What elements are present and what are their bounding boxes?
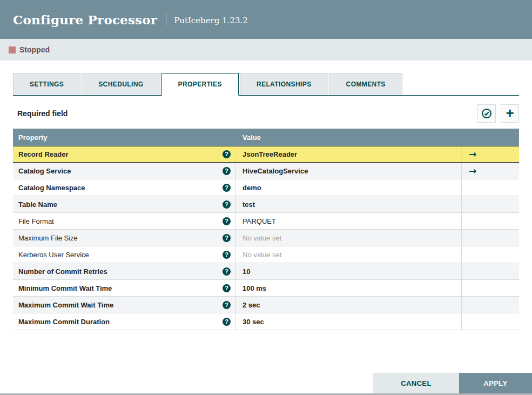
- tab-scheduling[interactable]: SCHEDULING: [82, 73, 160, 95]
- help-icon[interactable]: ?: [223, 267, 231, 276]
- row-action-cell: [462, 213, 519, 229]
- table-row[interactable]: Maximum Commit Duration?30 sec: [13, 313, 519, 330]
- property-value: demo: [243, 184, 261, 192]
- status-bar: Stopped: [0, 39, 532, 61]
- value-cell[interactable]: No value set: [236, 246, 462, 263]
- property-cell: Maximum Commit Duration?: [13, 313, 236, 330]
- value-cell[interactable]: 10: [236, 263, 462, 279]
- table-row[interactable]: Number of Commit Retries?10: [13, 263, 519, 280]
- verify-properties-button[interactable]: [477, 104, 496, 123]
- property-value: 10: [243, 267, 250, 276]
- help-icon[interactable]: ?: [223, 200, 231, 209]
- check-circle-icon: [481, 108, 492, 119]
- help-icon[interactable]: ?: [223, 234, 231, 242]
- table-row[interactable]: Catalog Service?HiveCatalogService→: [13, 163, 519, 179]
- dialog-header: Configure Processor PutIceberg 1.23.2: [0, 0, 532, 39]
- column-header-value: Value: [236, 133, 519, 142]
- tab-settings[interactable]: SETTINGS: [13, 73, 80, 95]
- properties-table: Property Value Record Reader?JsonTreeRea…: [13, 129, 519, 330]
- go-to-service-icon[interactable]: →: [469, 166, 476, 176]
- table-row[interactable]: Minimum Commit Wait Time?100 ms: [13, 280, 519, 297]
- table-row[interactable]: Table Name?test: [13, 196, 519, 213]
- property-cell: Maximum File Size?: [13, 230, 236, 246]
- table-row[interactable]: Catalog Namespace?demo: [13, 179, 519, 196]
- table-row[interactable]: Kerberos User Service?No value set: [13, 246, 519, 263]
- row-action-cell: [462, 313, 519, 330]
- property-cell: Kerberos User Service?: [13, 246, 236, 263]
- table-row[interactable]: File Format?PARQUET: [13, 213, 519, 230]
- table-row[interactable]: Maximum Commit Wait Time?2 sec: [13, 297, 519, 313]
- property-cell: Table Name?: [13, 196, 236, 212]
- properties-toolbar: Required field +: [13, 104, 519, 123]
- plus-icon: +: [506, 106, 514, 120]
- row-action-cell: →: [462, 163, 519, 179]
- property-value: HiveCatalogService: [243, 167, 308, 175]
- row-action-cell: [462, 230, 519, 246]
- row-action-cell: [462, 280, 519, 296]
- dialog-actions: CANCEL APPLY: [373, 373, 532, 393]
- help-icon[interactable]: ?: [223, 184, 231, 192]
- help-icon[interactable]: ?: [223, 217, 231, 225]
- property-name: Maximum Commit Duration: [18, 318, 110, 326]
- property-value: test: [243, 200, 255, 209]
- property-value: 2 sec: [243, 301, 260, 309]
- add-property-button[interactable]: +: [501, 104, 519, 123]
- value-cell[interactable]: No value set: [236, 230, 462, 246]
- property-value: 100 ms: [243, 284, 266, 292]
- row-action-cell: [462, 196, 519, 212]
- property-name: File Format: [18, 217, 54, 225]
- property-cell: Maximum Commit Wait Time?: [13, 297, 236, 313]
- status-label: Stopped: [19, 45, 50, 54]
- help-icon[interactable]: ?: [223, 167, 231, 175]
- property-cell: File Format?: [13, 213, 236, 229]
- property-name: Maximum File Size: [18, 234, 78, 242]
- help-icon[interactable]: ?: [223, 251, 231, 259]
- help-icon[interactable]: ?: [223, 301, 231, 309]
- dialog-title: Configure Processor: [13, 12, 157, 27]
- row-action-cell: [462, 179, 519, 196]
- column-header-property: Property: [13, 133, 236, 142]
- value-cell[interactable]: 30 sec: [236, 313, 462, 330]
- property-name: Kerberos User Service: [18, 251, 89, 259]
- value-cell[interactable]: PARQUET: [236, 213, 462, 229]
- help-icon[interactable]: ?: [223, 150, 231, 158]
- property-cell: Catalog Service?: [13, 163, 236, 179]
- value-cell[interactable]: 2 sec: [236, 297, 462, 313]
- property-value: PARQUET: [243, 217, 276, 225]
- property-name: Number of Commit Retries: [18, 267, 107, 276]
- value-cell[interactable]: test: [236, 196, 462, 212]
- value-cell[interactable]: HiveCatalogService: [236, 163, 462, 179]
- table-row[interactable]: Record Reader?JsonTreeReader→: [13, 146, 519, 163]
- value-cell[interactable]: 100 ms: [236, 280, 462, 296]
- property-name: Catalog Namespace: [18, 184, 85, 192]
- value-cell[interactable]: JsonTreeReader: [236, 146, 462, 162]
- property-cell: Number of Commit Retries?: [13, 263, 236, 279]
- help-icon[interactable]: ?: [223, 318, 231, 326]
- table-row[interactable]: Maximum File Size?No value set: [13, 230, 519, 246]
- property-cell: Minimum Commit Wait Time?: [13, 280, 236, 296]
- help-icon[interactable]: ?: [223, 284, 231, 292]
- table-header: Property Value: [13, 129, 519, 146]
- property-value: No value set: [243, 234, 281, 242]
- property-value: No value set: [243, 251, 281, 259]
- property-name: Record Reader: [18, 150, 68, 158]
- property-name: Minimum Commit Wait Time: [18, 284, 112, 292]
- tab-properties[interactable]: PROPERTIES: [161, 73, 239, 96]
- row-action-cell: →: [462, 146, 519, 162]
- tab-bar: SETTINGSSCHEDULINGPROPERTIESRELATIONSHIP…: [13, 73, 519, 96]
- go-to-service-icon[interactable]: →: [469, 150, 476, 159]
- property-value: 30 sec: [243, 318, 264, 326]
- tab-comments[interactable]: COMMENTS: [329, 73, 402, 95]
- row-action-cell: [462, 263, 519, 279]
- value-cell[interactable]: demo: [236, 179, 462, 196]
- cancel-button[interactable]: CANCEL: [373, 373, 459, 393]
- property-cell: Catalog Namespace?: [13, 179, 236, 196]
- required-field-label: Required field: [13, 109, 68, 118]
- stopped-icon: [9, 46, 16, 53]
- property-name: Catalog Service: [18, 167, 71, 175]
- apply-button[interactable]: APPLY: [459, 373, 532, 393]
- property-cell: Record Reader?: [13, 146, 236, 162]
- property-value: JsonTreeReader: [243, 150, 297, 158]
- tab-relationships[interactable]: RELATIONSHIPS: [240, 73, 328, 95]
- row-action-cell: [462, 246, 519, 263]
